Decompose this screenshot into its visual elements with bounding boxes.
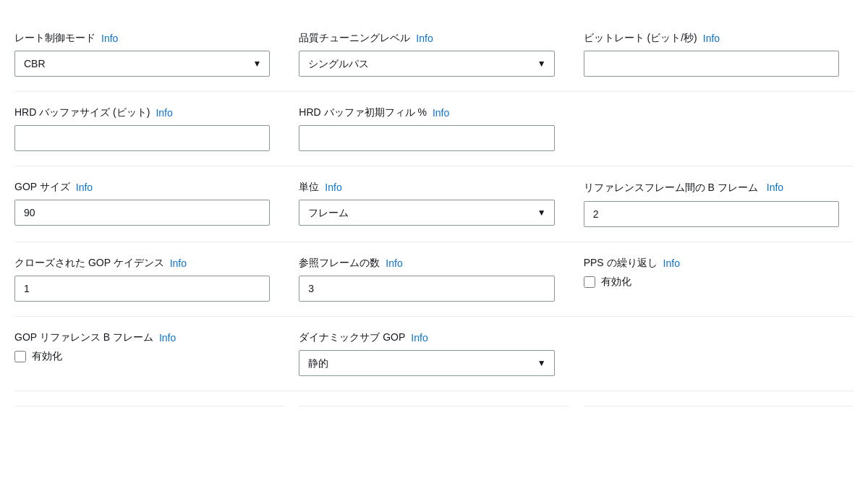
- field-label-unit: 単位 Info: [299, 181, 554, 194]
- field-placeholder-1: [14, 406, 284, 427]
- field-gop-size: GOP サイズ Info: [14, 181, 284, 227]
- dynamic-sub-gop-info[interactable]: Info: [411, 332, 427, 344]
- pps-repeat-label: PPS の繰り返し: [584, 257, 658, 270]
- field-pps-repeat: PPS の繰り返し Info 有効化: [584, 257, 854, 302]
- field-label-hrd-buffer-size: HRD バッファサイズ (ビット) Info: [14, 106, 270, 119]
- reference-frames-input[interactable]: [299, 276, 554, 302]
- hrd-buffer-initial-fill-info[interactable]: Info: [433, 107, 449, 119]
- field-placeholder-2: [299, 406, 569, 427]
- field-label-closed-gop-cadence: クローズされた GOP ケイデンス Info: [14, 257, 270, 270]
- field-closed-gop-cadence: クローズされた GOP ケイデンス Info: [14, 257, 284, 302]
- field-label-bitrate: ビットレート (ビット/秒) Info: [584, 32, 839, 45]
- closed-gop-cadence-label: クローズされた GOP ケイデンス: [14, 257, 164, 270]
- gop-size-info[interactable]: Info: [76, 182, 93, 193]
- closed-gop-cadence-input[interactable]: [14, 276, 270, 302]
- section-row-5: GOP リファレンス B フレーム Info 有効化 ダイナミックサブ GOP …: [14, 317, 854, 391]
- rate-control-mode-label: レート制御モード: [14, 32, 95, 45]
- field-b-frames: リファレンスフレーム間の B フレーム Info: [584, 181, 854, 227]
- field-reference-frames: 参照フレームの数 Info: [299, 257, 569, 302]
- bitrate-label: ビットレート (ビット/秒): [584, 32, 697, 45]
- field-hrd-buffer-size: HRD バッファサイズ (ビット) Info: [14, 106, 284, 151]
- field-empty-1: [584, 106, 854, 151]
- field-unit: 単位 Info フレーム 秒 ▼: [299, 181, 569, 227]
- gop-size-label: GOP サイズ: [14, 181, 70, 194]
- field-dynamic-sub-gop: ダイナミックサブ GOP Info 静的 適応 ▼: [299, 331, 569, 376]
- unit-select-wrapper: フレーム 秒 ▼: [299, 200, 554, 226]
- gop-reference-b-frames-checkbox[interactable]: [14, 351, 26, 362]
- pps-repeat-checkbox-label: 有効化: [601, 276, 631, 289]
- field-bitrate: ビットレート (ビット/秒) Info: [584, 32, 854, 77]
- hrd-buffer-size-label: HRD バッファサイズ (ビット): [14, 106, 150, 119]
- hrd-buffer-size-input[interactable]: [14, 125, 270, 151]
- field-label-reference-frames: 参照フレームの数 Info: [299, 257, 554, 270]
- rate-control-mode-info[interactable]: Info: [101, 33, 118, 44]
- field-label-hrd-buffer-initial-fill: HRD バッファ初期フィル % Info: [299, 106, 554, 119]
- reference-frames-label: 参照フレームの数: [299, 257, 380, 270]
- pps-repeat-checkbox[interactable]: [584, 276, 595, 288]
- field-empty-2: [584, 331, 854, 376]
- unit-label: 単位: [299, 181, 319, 194]
- field-placeholder-3: [584, 406, 854, 427]
- field-label-pps-repeat: PPS の繰り返し Info: [584, 257, 839, 270]
- dynamic-sub-gop-label: ダイナミックサブ GOP: [299, 331, 405, 344]
- unit-select[interactable]: フレーム 秒: [299, 200, 554, 226]
- dynamic-sub-gop-select-wrapper: 静的 適応 ▼: [299, 350, 554, 376]
- quality-tuning-select[interactable]: シングルパス マルチパス: [299, 51, 554, 77]
- gop-reference-b-frames-label: GOP リファレンス B フレーム: [14, 331, 153, 344]
- field-label-dynamic-sub-gop: ダイナミックサブ GOP Info: [299, 331, 554, 344]
- quality-tuning-select-wrapper: シングルパス マルチパス ▼: [299, 51, 554, 77]
- field-gop-reference-b-frames: GOP リファレンス B フレーム Info 有効化: [14, 331, 284, 376]
- field-rate-control-mode: レート制御モード Info CBR VBR QVBR ▼: [14, 32, 284, 77]
- field-quality-tuning-level: 品質チューニングレベル Info シングルパス マルチパス ▼: [299, 32, 569, 77]
- closed-gop-cadence-info[interactable]: Info: [170, 257, 187, 269]
- page-container: レート制御モード Info CBR VBR QVBR ▼ 品質チューニングレベル…: [0, 0, 868, 445]
- section-row-2: HRD バッファサイズ (ビット) Info HRD バッファ初期フィル % I…: [14, 92, 854, 166]
- hrd-buffer-initial-fill-label: HRD バッファ初期フィル %: [299, 106, 427, 119]
- pps-repeat-info[interactable]: Info: [663, 257, 680, 269]
- field-label-gop-size: GOP サイズ Info: [14, 181, 270, 194]
- quality-tuning-label: 品質チューニングレベル: [299, 32, 410, 45]
- gop-reference-b-frames-info[interactable]: Info: [159, 332, 176, 344]
- quality-tuning-info[interactable]: Info: [416, 33, 433, 44]
- gop-reference-b-frames-checkbox-label: 有効化: [32, 350, 62, 363]
- field-label-quality-tuning: 品質チューニングレベル Info: [299, 32, 554, 45]
- rate-control-mode-select[interactable]: CBR VBR QVBR: [14, 51, 270, 77]
- section-row-1: レート制御モード Info CBR VBR QVBR ▼ 品質チューニングレベル…: [14, 17, 854, 92]
- bitrate-info[interactable]: Info: [703, 33, 720, 44]
- field-hrd-buffer-initial-fill: HRD バッファ初期フィル % Info: [299, 106, 569, 151]
- hrd-buffer-size-info[interactable]: Info: [156, 107, 172, 119]
- b-frames-label: リファレンスフレーム間の B フレーム: [584, 181, 758, 195]
- b-frames-input[interactable]: [584, 201, 839, 227]
- field-label-rate-control-mode: レート制御モード Info: [14, 32, 270, 45]
- gop-reference-b-frames-checkbox-group: 有効化: [14, 350, 270, 363]
- reference-frames-info[interactable]: Info: [386, 257, 402, 269]
- gop-size-input[interactable]: [14, 200, 270, 226]
- unit-info[interactable]: Info: [325, 182, 341, 193]
- section-row-3: GOP サイズ Info 単位 Info フレーム 秒 ▼: [14, 166, 854, 242]
- dynamic-sub-gop-select[interactable]: 静的 適応: [299, 350, 554, 376]
- section-row-bottom: [14, 391, 854, 427]
- pps-repeat-checkbox-group: 有効化: [584, 276, 839, 289]
- section-row-4: クローズされた GOP ケイデンス Info 参照フレームの数 Info PPS…: [14, 242, 854, 317]
- field-label-gop-reference-b-frames: GOP リファレンス B フレーム Info: [14, 331, 270, 344]
- field-label-b-frames: リファレンスフレーム間の B フレーム Info: [584, 181, 839, 195]
- rate-control-mode-select-wrapper: CBR VBR QVBR ▼: [14, 51, 270, 77]
- bitrate-input[interactable]: [584, 51, 839, 77]
- b-frames-info[interactable]: Info: [767, 181, 783, 195]
- hrd-buffer-initial-fill-input[interactable]: [299, 125, 554, 151]
